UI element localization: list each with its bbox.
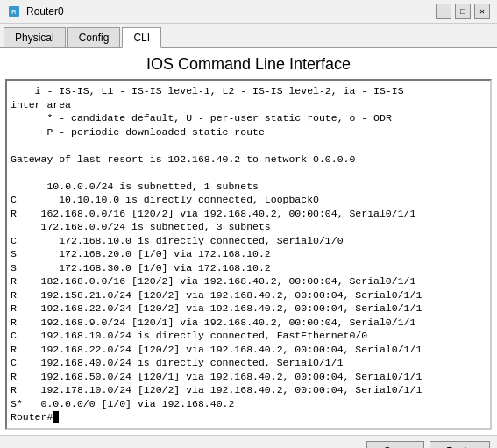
minimize-button[interactable]: −	[436, 4, 451, 19]
page-title: IOS Command Line Interface	[0, 48, 497, 79]
title-bar: R Router0 − □ ✕	[0, 0, 497, 24]
terminal-output[interactable]: i - IS-IS, L1 - IS-IS level-1, L2 - IS-I…	[5, 79, 492, 430]
app-icon: R	[7, 4, 21, 18]
action-buttons: Copy Paste	[7, 441, 490, 448]
window-controls: − □ ✕	[436, 4, 490, 19]
tab-physical[interactable]: Physical	[4, 27, 66, 47]
paste-button[interactable]: Paste	[430, 441, 490, 448]
tab-cli[interactable]: CLI	[122, 27, 161, 48]
cursor	[53, 411, 59, 423]
window-title: Router0	[26, 5, 436, 18]
close-button[interactable]: ✕	[474, 4, 490, 19]
copy-button[interactable]: Copy	[366, 441, 424, 448]
tab-bar: Physical Config CLI	[0, 24, 497, 48]
terminal-text: i - IS-IS, L1 - IS-IS level-1, L2 - IS-I…	[11, 84, 486, 424]
terminal-container: i - IS-IS, L1 - IS-IS level-1, L2 - IS-I…	[0, 79, 497, 435]
svg-text:R: R	[11, 8, 17, 16]
tab-config[interactable]: Config	[67, 27, 121, 47]
bottom-bar: Copy Paste https://blog.csdn.net/m0_4644…	[0, 435, 497, 448]
maximize-button[interactable]: □	[455, 4, 471, 19]
